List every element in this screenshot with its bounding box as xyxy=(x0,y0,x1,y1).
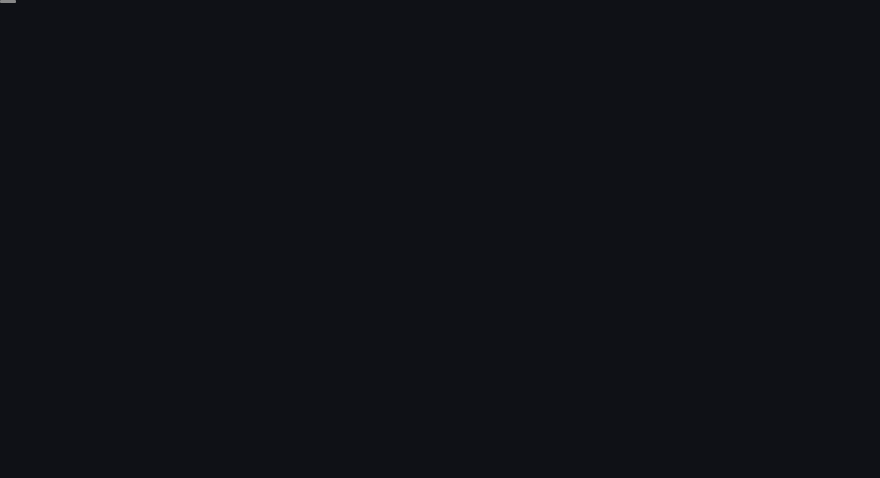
grafana-dashboard: Host localhost Percentile 50 datasource … xyxy=(0,0,16,3)
